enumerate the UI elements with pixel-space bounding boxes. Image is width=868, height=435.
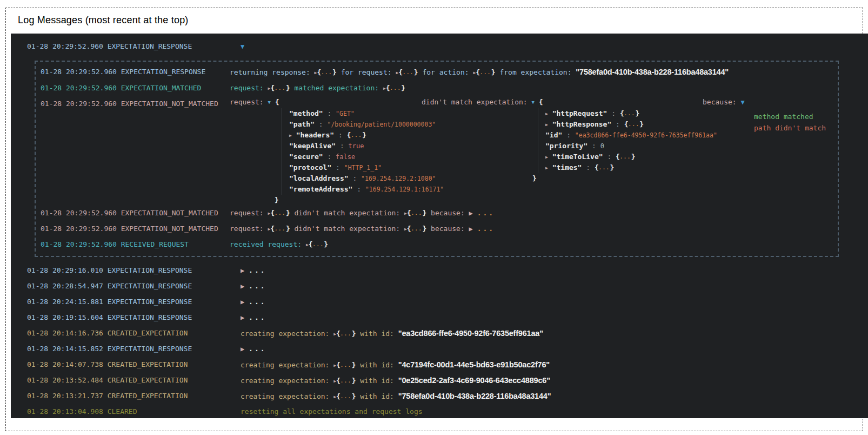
timestamp: 01-28 20:14:16.736 bbox=[27, 329, 103, 337]
log-type-label: EXPECTATION_RESPONSE bbox=[108, 345, 192, 353]
log-entry-message: creating expectation: {...} with id: "0e… bbox=[241, 376, 550, 385]
timestamp: 01-28 20:24:15.881 bbox=[27, 298, 103, 306]
log-entry-message: creating expectation: {...} with id: "4c… bbox=[241, 360, 550, 369]
collapse-expectation-icon[interactable] bbox=[532, 96, 535, 108]
detail-row-message: returning response: {...} for request: {… bbox=[230, 64, 729, 81]
log-entry: 01-28 20:19:15.604 EXPECTATION_RESPONSE … bbox=[11, 309, 868, 325]
log-entry: 01-28 20:28:54.947 EXPECTATION_RESPONSE … bbox=[11, 278, 868, 294]
expectation-id: "ea3cd866-ffe6-4950-92f6-7635eff961aa" bbox=[398, 329, 543, 338]
timestamp: 01-28 20:13:21.737 bbox=[27, 392, 103, 400]
log-type-label: CREATED_EXPECTATION bbox=[108, 360, 188, 368]
match-reason: method matched bbox=[754, 111, 826, 122]
log-entry: 01-28 20:14:16.736 CREATED_EXPECTATION c… bbox=[11, 325, 868, 341]
log-entry: 01-28 20:24:15.881 EXPECTATION_RESPONSE … bbox=[11, 294, 868, 309]
timestamp: 01-28 20:29:16.010 bbox=[27, 266, 103, 274]
log-type-label: EXPECTATION_RESPONSE bbox=[108, 42, 192, 50]
expand-entry-icon[interactable] bbox=[241, 282, 244, 290]
detail-row-received-request: 01-28 20:29:52.960 RECEIVED_REQUEST rece… bbox=[36, 237, 838, 253]
expand-entry-icon[interactable] bbox=[241, 266, 244, 274]
log-entry: 01-28 20:13:21.737 CREATED_EXPECTATION c… bbox=[11, 388, 868, 404]
log-type-label: CLEARED bbox=[108, 407, 137, 416]
expand-http-request-icon[interactable] bbox=[545, 108, 548, 120]
log-entry-header-left: 01-28 20:29:52.960 EXPECTATION_RESPONSE bbox=[27, 42, 241, 50]
timestamp: 01-28 20:29:52.960 bbox=[41, 240, 117, 248]
timestamp: 01-28 20:29:52.960 bbox=[41, 100, 117, 108]
expand-because-icon[interactable] bbox=[469, 206, 473, 221]
detail-row-message: request: {...} didn't match expectation:… bbox=[230, 206, 495, 221]
log-entry: 01-28 20:29:16.010 EXPECTATION_RESPONSE … bbox=[11, 262, 868, 278]
because-block: because: method matched path didn't matc… bbox=[703, 96, 826, 134]
expectation-id: "4c7194fc-00d1-44e5-bd63-e91b50ac2f76" bbox=[398, 360, 550, 369]
timestamp: 01-28 20:19:15.604 bbox=[27, 313, 103, 321]
timestamp: 01-28 20:14:15.852 bbox=[27, 345, 103, 353]
expand-entry-icon[interactable] bbox=[241, 345, 244, 353]
log-entry-message: creating expectation: {...} with id: "75… bbox=[241, 392, 551, 400]
log-type-label: EXPECTATION_NOT_MATCHED bbox=[121, 100, 218, 108]
log-entry: 01-28 20:14:15.852 EXPECTATION_RESPONSE … bbox=[11, 341, 868, 357]
timestamp: 01-28 20:13:52.484 bbox=[27, 376, 103, 384]
expand-entry-icon[interactable] bbox=[241, 298, 244, 306]
expand-time-to-live-icon[interactable] bbox=[545, 151, 548, 163]
log-entry-message: ... bbox=[241, 266, 266, 274]
log-type-label: EXPECTATION_MATCHED bbox=[121, 84, 202, 92]
log-type-label: EXPECTATION_RESPONSE bbox=[108, 266, 192, 274]
log-type-label: CREATED_EXPECTATION bbox=[108, 376, 188, 384]
page-title: Log Messages (most recent at the top) bbox=[18, 15, 189, 26]
log-type-label: EXPECTATION_RESPONSE bbox=[108, 298, 192, 306]
log-detail-subpanel: 01-28 20:29:52.960 EXPECTATION_RESPONSE … bbox=[35, 61, 839, 257]
log-entry: 01-28 20:14:07.738 CREATED_EXPECTATION c… bbox=[11, 357, 868, 372]
collapse-request-icon[interactable] bbox=[268, 96, 270, 108]
detail-row-message: request: {...} didn't match expectation:… bbox=[230, 221, 495, 237]
expand-because-icon[interactable] bbox=[469, 221, 473, 236]
log-entry-message: ... bbox=[241, 298, 266, 306]
collapse-entry-icon[interactable] bbox=[241, 42, 244, 50]
detail-row-expectation-response: 01-28 20:29:52.960 EXPECTATION_RESPONSE … bbox=[36, 64, 838, 81]
log-entry: 01-28 20:13:04.908 CLEARED resetting all… bbox=[11, 404, 868, 418]
expectation-id: "758efa0d-410b-438a-b228-116ba48a3144" bbox=[398, 392, 551, 400]
log-entry-message: creating expectation: {...} with id: "ea… bbox=[241, 329, 543, 338]
log-type-label: EXPECTATION_RESPONSE bbox=[121, 68, 206, 76]
timestamp: 01-28 20:29:52.960 bbox=[41, 84, 117, 92]
detail-row-message: received request: {...} bbox=[230, 237, 328, 253]
log-entry-message: ... bbox=[241, 282, 266, 290]
log-entry-message: ... bbox=[241, 345, 266, 353]
log-messages-panel: 01-28 20:29:52.960 EXPECTATION_RESPONSE … bbox=[11, 34, 868, 418]
detail-row-expectation-not-matched-expanded: 01-28 20:29:52.960 EXPECTATION_NOT_MATCH… bbox=[36, 96, 838, 206]
expand-times-icon[interactable] bbox=[545, 162, 548, 174]
log-type-label: EXPECTATION_RESPONSE bbox=[108, 313, 192, 321]
timestamp: 01-28 20:13:04.908 bbox=[27, 407, 103, 416]
timestamp: 01-28 20:29:52.960 bbox=[41, 225, 117, 233]
expand-headers-icon[interactable] bbox=[289, 130, 292, 141]
timestamp: 01-28 20:29:52.960 bbox=[27, 42, 103, 50]
log-type-label: RECEIVED_REQUEST bbox=[121, 240, 189, 248]
collapse-because-icon[interactable] bbox=[740, 96, 744, 108]
log-entry-header: 01-28 20:29:52.960 EXPECTATION_RESPONSE bbox=[11, 38, 868, 54]
detail-row-expectation-not-matched: 01-28 20:29:52.960 EXPECTATION_NOT_MATCH… bbox=[36, 221, 838, 237]
mismatch-reason: path didn't match bbox=[754, 122, 826, 134]
log-type-label: EXPECTATION_RESPONSE bbox=[108, 282, 192, 290]
log-entry-message: resetting all expectations and request l… bbox=[241, 407, 423, 416]
expand-http-response-icon[interactable] bbox=[545, 119, 548, 130]
log-entry-message: ... bbox=[241, 313, 266, 321]
expand-entry-icon[interactable] bbox=[241, 313, 244, 321]
log-entry: 01-28 20:13:52.484 CREATED_EXPECTATION c… bbox=[11, 372, 868, 388]
detail-row-expectation-not-matched: 01-28 20:29:52.960 EXPECTATION_NOT_MATCH… bbox=[36, 206, 838, 221]
detail-row-expectation-matched: 01-28 20:29:52.960 EXPECTATION_MATCHED r… bbox=[36, 81, 838, 96]
timestamp: 01-28 20:29:52.960 bbox=[41, 209, 117, 217]
detail-row-message: request: {...} matched expectation: {...… bbox=[230, 81, 405, 96]
log-type-label: CREATED_EXPECTATION bbox=[108, 392, 188, 400]
expectation-id: "758efa0d-410b-438a-b228-116ba48a3144" bbox=[576, 68, 729, 76]
timestamp: 01-28 20:14:07.738 bbox=[27, 360, 103, 368]
log-type-label: EXPECTATION_NOT_MATCHED bbox=[121, 209, 218, 217]
log-type-label: EXPECTATION_NOT_MATCHED bbox=[121, 225, 218, 233]
log-type-label: CREATED_EXPECTATION bbox=[108, 329, 188, 337]
expectation-json-block: didn't match expectation: { "httpRequest… bbox=[422, 96, 717, 184]
timestamp: 01-28 20:28:54.947 bbox=[27, 282, 103, 290]
timestamp: 01-28 20:29:52.960 bbox=[41, 68, 117, 76]
expectation-id: "0e25ced2-2af3-4c69-9046-643ecc4889c6" bbox=[398, 376, 550, 385]
log-entry-list: 01-28 20:29:16.010 EXPECTATION_RESPONSE … bbox=[11, 262, 868, 418]
